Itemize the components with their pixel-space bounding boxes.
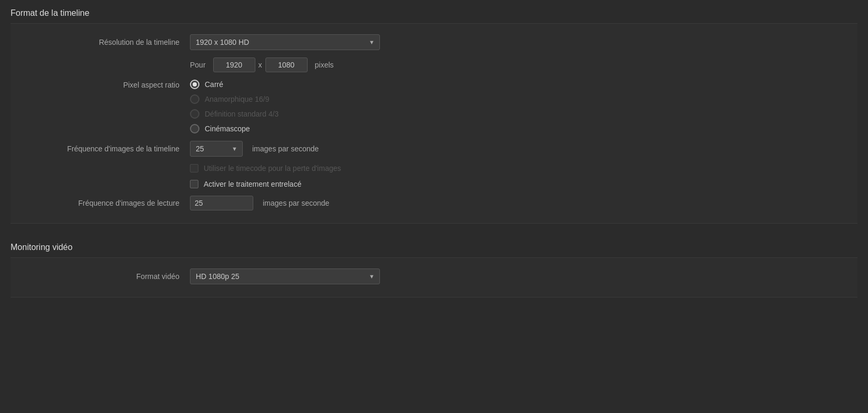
video-format-label: Format vidéo	[21, 272, 190, 281]
frame-rate-dropdown[interactable]: 23.976 24 25 29.97 30 48 50 59.94 60	[190, 141, 243, 157]
radio-option-definition-standard: Définition standard 4/3	[190, 109, 279, 119]
frame-rate-row: Fréquence d'images de la timeline 23.976…	[11, 141, 857, 157]
pixel-unit: pixels	[315, 61, 334, 69]
pour-label: Pour	[190, 61, 206, 69]
playback-rate-controls: images par seconde	[190, 196, 329, 210]
pixel-size-row: Pour x pixels	[11, 57, 857, 72]
pixel-aspect-ratio-controls: Carré Anamorphique 16/9 Définition stand…	[190, 80, 279, 133]
video-format-controls: HD 1080p 25 HD 1080p 30 HD 720p 25 HD 72…	[190, 268, 380, 284]
frame-rate-label: Fréquence d'images de la timeline	[21, 145, 190, 153]
timecode-checkbox-option: Utiliser le timecode pour la perte d'ima…	[190, 164, 341, 172]
pixel-aspect-ratio-row: Pixel aspect ratio Carré Anamorphique 16…	[11, 80, 857, 133]
radio-definition-standard	[190, 109, 199, 119]
video-format-dropdown[interactable]: HD 1080p 25 HD 1080p 30 HD 720p 25 HD 72…	[190, 268, 380, 284]
timecode-controls: Utiliser le timecode pour la perte d'ima…	[190, 164, 341, 172]
frame-rate-controls: 23.976 24 25 29.97 30 48 50 59.94 60 ▼ i…	[190, 141, 319, 157]
video-format-row: Format vidéo HD 1080p 25 HD 1080p 30 HD …	[11, 268, 857, 284]
playback-rate-unit: images par seconde	[263, 199, 329, 207]
frame-rate-unit: images par seconde	[252, 145, 319, 153]
height-input[interactable]	[265, 57, 308, 72]
video-format-dropdown-wrapper[interactable]: HD 1080p 25 HD 1080p 30 HD 720p 25 HD 72…	[190, 268, 380, 284]
playback-rate-label: Fréquence d'images de lecture	[21, 199, 190, 207]
timeline-format-section: Format de la timeline Résolution de la t…	[0, 0, 868, 224]
resolution-label: Résolution de la timeline	[21, 38, 190, 46]
width-input[interactable]	[213, 57, 255, 72]
radio-definition-standard-label: Définition standard 4/3	[205, 110, 279, 118]
radio-carre[interactable]	[190, 80, 199, 89]
radio-cinemascope[interactable]	[190, 124, 199, 133]
radio-anamorphique	[190, 94, 199, 104]
monitoring-title: Monitoring vidéo	[11, 243, 857, 257]
resolution-controls: 1920 x 1080 HD 3840 x 2160 UHD 1280 x 72…	[190, 34, 380, 50]
radio-option-carre[interactable]: Carré	[190, 80, 279, 89]
timecode-row: Utiliser le timecode pour la perte d'ima…	[11, 164, 857, 172]
radio-carre-label: Carré	[205, 80, 223, 89]
pixel-aspect-ratio-group: Carré Anamorphique 16/9 Définition stand…	[190, 80, 279, 133]
pixel-separator: x	[259, 61, 262, 69]
radio-option-anamorphique: Anamorphique 16/9	[190, 94, 279, 104]
section-gap	[0, 224, 868, 234]
resolution-dropdown-wrapper[interactable]: 1920 x 1080 HD 3840 x 2160 UHD 1280 x 72…	[190, 34, 380, 50]
playback-rate-input[interactable]	[190, 196, 253, 210]
resolution-row: Résolution de la timeline 1920 x 1080 HD…	[11, 34, 857, 50]
interlace-row: Activer le traitement entrelacé	[11, 180, 857, 188]
timecode-checkbox	[190, 164, 198, 172]
monitoring-content: Format vidéo HD 1080p 25 HD 1080p 30 HD …	[11, 257, 857, 297]
timeline-format-content: Résolution de la timeline 1920 x 1080 HD…	[11, 23, 857, 224]
timecode-checkbox-label: Utiliser le timecode pour la perte d'ima…	[204, 164, 341, 172]
monitoring-section: Monitoring vidéo Format vidéo HD 1080p 2…	[0, 234, 868, 297]
interlace-checkbox[interactable]	[190, 180, 198, 188]
interlace-controls: Activer le traitement entrelacé	[190, 180, 301, 188]
resolution-dropdown[interactable]: 1920 x 1080 HD 3840 x 2160 UHD 1280 x 72…	[190, 34, 380, 50]
interlace-checkbox-label: Activer le traitement entrelacé	[204, 180, 301, 188]
timeline-format-title: Format de la timeline	[11, 8, 857, 23]
pixel-aspect-ratio-label: Pixel aspect ratio	[21, 80, 190, 89]
radio-cinemascope-label: Cinémascope	[205, 124, 250, 133]
frame-rate-dropdown-wrapper[interactable]: 23.976 24 25 29.97 30 48 50 59.94 60 ▼	[190, 141, 243, 157]
radio-anamorphique-label: Anamorphique 16/9	[205, 95, 269, 103]
pixel-size-controls: Pour x pixels	[190, 57, 333, 72]
playback-rate-row: Fréquence d'images de lecture images par…	[11, 196, 857, 210]
interlace-checkbox-option[interactable]: Activer le traitement entrelacé	[190, 180, 301, 188]
radio-option-cinemascope[interactable]: Cinémascope	[190, 124, 279, 133]
